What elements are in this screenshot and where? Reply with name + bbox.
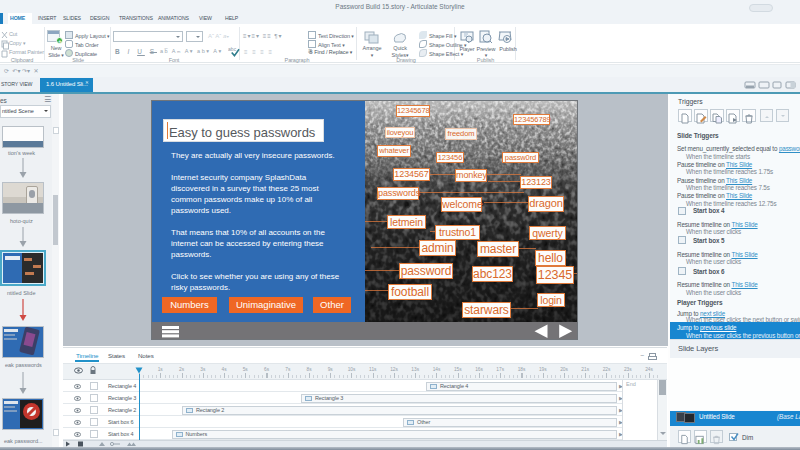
svg-text:abc: abc xyxy=(228,46,237,52)
